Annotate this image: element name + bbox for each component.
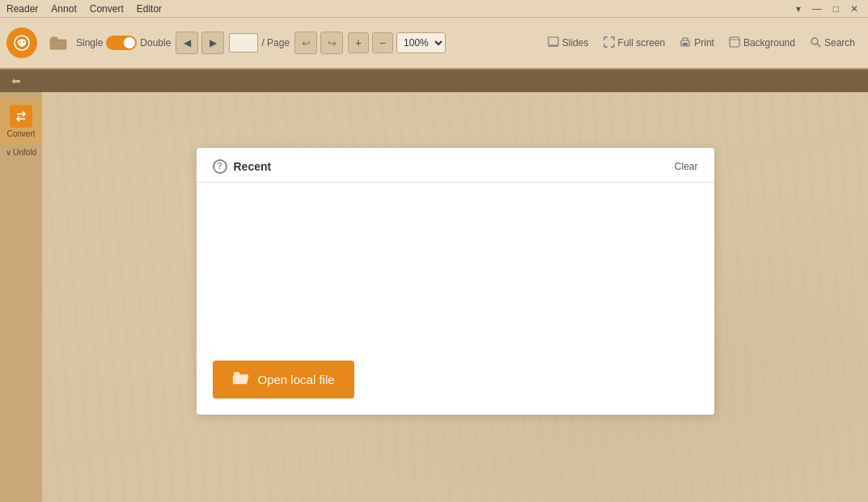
title-bar: Reader Annot Convert Editor ▾ — □ ✕ [0, 0, 868, 18]
main-layout: Convert ∨ Unfold ? Recent Clear [0, 92, 868, 502]
fullscreen-button[interactable]: Full screen [597, 33, 672, 53]
convert-icon [10, 105, 32, 128]
open-folder-icon [232, 370, 250, 389]
zoom-controls: + − 100% 50% 75% 125% 150% 200% [348, 32, 446, 53]
recent-header: ? Recent Clear [197, 148, 714, 183]
page-input-area: / Page [229, 33, 290, 53]
fullscreen-icon [603, 36, 615, 50]
history-buttons: ↩ ↪ [294, 32, 343, 54]
page-label: / Page [261, 37, 290, 49]
collapse-sidebar-button[interactable]: ⬅ [6, 71, 26, 91]
convert-svg [15, 110, 28, 123]
sidebar-convert-label: Convert [6, 129, 35, 138]
folder-open-svg [232, 370, 250, 385]
recent-title: ? Recent [213, 159, 272, 174]
prev-page-button[interactable]: ◀ [176, 32, 198, 54]
recent-info-icon: ? [213, 159, 227, 174]
svg-line-9 [817, 44, 820, 47]
sidebar-unfold-button[interactable]: ∨ Unfold [6, 148, 36, 157]
app-logo [6, 27, 37, 58]
folder-icon [49, 36, 67, 50]
view-toggle: Single Double [76, 36, 171, 50]
open-folder-button[interactable] [45, 30, 71, 56]
single-view-label: Single [76, 37, 103, 49]
sidebar: Convert ∨ Unfold [0, 92, 42, 502]
welcome-panel: ? Recent Clear Open local file [197, 148, 714, 415]
svg-rect-3 [548, 37, 558, 45]
zoom-out-button[interactable]: − [372, 32, 393, 53]
menu-annot[interactable]: Annot [51, 3, 76, 15]
zoom-level-select[interactable]: 100% 50% 75% 125% 150% 200% [396, 32, 446, 53]
content-area: ? Recent Clear Open local file [42, 92, 868, 502]
svg-rect-7 [730, 37, 739, 47]
toolbar-actions: Slides Full screen Print Background Sear… [541, 33, 862, 53]
clear-recent-button[interactable]: Clear [675, 161, 698, 172]
open-local-file-button[interactable]: Open local file [213, 361, 354, 399]
background-icon [729, 36, 740, 50]
minimize-button[interactable]: — [809, 2, 825, 15]
slides-button[interactable]: Slides [541, 33, 595, 53]
maximize-button[interactable]: □ [830, 2, 842, 15]
view-toggle-switch[interactable] [106, 36, 137, 50]
menu-reader[interactable]: Reader [6, 3, 38, 15]
menu-convert[interactable]: Convert [90, 3, 124, 15]
logo-icon [13, 34, 31, 52]
svg-point-1 [19, 41, 21, 43]
svg-point-8 [811, 38, 818, 44]
print-button[interactable]: Print [673, 33, 721, 53]
toolbar: Single Double ◀ ▶ / Page ↩ ↪ + − 100% 50… [0, 18, 868, 70]
zoom-in-button[interactable]: + [348, 32, 369, 53]
double-view-label: Double [140, 37, 171, 49]
menu-editor[interactable]: Editor [137, 3, 162, 15]
fullscreen-label: Full screen [618, 37, 666, 49]
search-button[interactable]: Search [803, 33, 862, 53]
menu-bar: Reader Annot Convert Editor [6, 3, 162, 15]
svg-rect-6 [683, 43, 688, 45]
next-page-button[interactable]: ▶ [201, 32, 224, 54]
sidebar-item-convert[interactable]: Convert [0, 99, 42, 145]
sidebar-unfold-label: Unfold [13, 148, 36, 157]
close-button[interactable]: ✕ [847, 2, 862, 15]
print-label: Print [694, 37, 714, 49]
recent-files-list [197, 183, 714, 344]
slides-label: Slides [562, 37, 589, 49]
slides-icon [548, 36, 559, 50]
search-icon [810, 36, 821, 50]
search-label: Search [824, 37, 855, 49]
open-local-file-label: Open local file [258, 373, 335, 386]
page-navigation: ◀ ▶ [176, 32, 224, 54]
window-controls: ▾ — □ ✕ [793, 2, 862, 15]
collapse-bar: ⬅ [0, 70, 868, 92]
undo-button[interactable]: ↩ [294, 32, 317, 54]
background-button[interactable]: Background [722, 33, 802, 53]
svg-point-2 [23, 41, 25, 43]
background-label: Background [743, 37, 795, 49]
recent-title-text: Recent [234, 160, 272, 173]
redo-button[interactable]: ↪ [320, 32, 343, 54]
page-number-input[interactable] [229, 33, 258, 53]
window-menu-icon[interactable]: ▾ [793, 2, 804, 15]
print-icon [680, 36, 691, 50]
